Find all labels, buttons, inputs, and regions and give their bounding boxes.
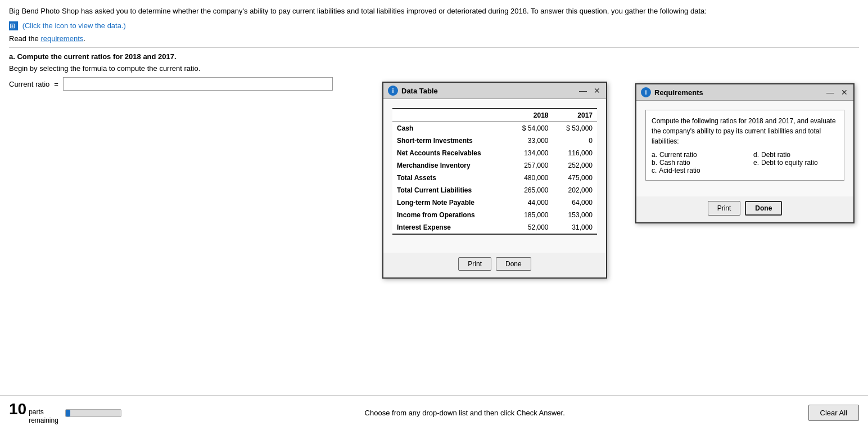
requirements-done-button[interactable]: Done xyxy=(745,201,782,216)
progress-bar-fill xyxy=(66,410,70,416)
data-table-header: i Data Table — ✕ xyxy=(383,83,606,99)
table-row: Interest Expense52,00031,000 xyxy=(392,221,597,234)
col-header-2017: 2017 xyxy=(553,109,597,122)
req-item-c: c. Acid-test ratio xyxy=(652,167,736,174)
click-icon-line: (Click the icon to view the data.) xyxy=(9,20,859,32)
bottom-left: 10 parts remaining xyxy=(9,401,121,424)
data-table-modal: i Data Table — ✕ 2018 2017 Cash$ 54,000$… xyxy=(382,82,607,279)
section-divider xyxy=(9,47,859,48)
current-ratio-label: Current ratio xyxy=(9,80,49,88)
req-col2: d. Debt ratio e. Debt to equity ratio xyxy=(753,151,838,174)
choose-text: Choose from any drop-down list and then … xyxy=(365,409,565,417)
table-row: Income from Operations185,000153,000 xyxy=(392,209,597,221)
requirements-info-icon: i xyxy=(641,87,651,97)
data-table-done-button[interactable]: Done xyxy=(496,257,531,271)
requirements-modal: i Requirements — ✕ Compute the following… xyxy=(635,83,855,223)
data-table-close-button[interactable]: ✕ xyxy=(593,86,602,95)
req-item-a: a. Current ratio xyxy=(652,151,736,159)
parts-remaining: 10 parts remaining xyxy=(9,401,58,424)
parts-text: parts remaining xyxy=(29,408,58,424)
data-table-info-icon: i xyxy=(388,86,398,96)
intro-text-body: Big Bend Photo Shop has asked you to det… xyxy=(9,7,707,15)
requirements-link[interactable]: requirements xyxy=(40,34,83,43)
requirements-text: Compute the following ratios for 2018 an… xyxy=(652,116,838,146)
data-table: 2018 2017 Cash$ 54,000$ 53,000Short-term… xyxy=(392,108,597,235)
progress-bar-container xyxy=(65,409,121,417)
requirements-grid: a. Current ratio b. Cash ratio c. Acid-t… xyxy=(652,151,838,174)
data-icon-link[interactable]: (Click the icon to view the data.) xyxy=(22,21,126,30)
data-table-print-button[interactable]: Print xyxy=(458,257,491,271)
bottom-bar: 10 parts remaining Choose from any drop-… xyxy=(0,395,868,430)
main-content: Big Bend Photo Shop has asked you to det… xyxy=(0,0,868,91)
section-a-label: a. Compute the current ratios for 2018 a… xyxy=(9,52,859,61)
requirements-box: Compute the following ratios for 2018 an… xyxy=(645,110,844,181)
data-table-minimize-button[interactable]: — xyxy=(578,86,588,95)
req-col1: a. Current ratio b. Cash ratio c. Acid-t… xyxy=(652,151,736,174)
grid-icon[interactable] xyxy=(9,21,18,30)
table-row: Net Accounts Receivables134,000116,000 xyxy=(392,147,597,159)
read-requirements-line: Read the requirements. xyxy=(9,34,859,43)
data-table-body: 2018 2017 Cash$ 54,000$ 53,000Short-term… xyxy=(383,99,606,253)
data-table-footer: Print Done xyxy=(383,253,606,277)
requirements-print-button[interactable]: Print xyxy=(708,201,741,216)
table-row: Merchandise Inventory257,000252,000 xyxy=(392,159,597,172)
equals-sign: = xyxy=(54,80,58,88)
data-table-title: Data Table xyxy=(401,87,438,95)
table-row: Total Assets480,000475,000 xyxy=(392,172,597,184)
table-row: Short-term Investments33,0000 xyxy=(392,135,597,147)
instruction-text: Begin by selecting the formula to comput… xyxy=(9,64,859,73)
req-item-d: d. Debt ratio xyxy=(753,151,838,159)
table-row: Cash$ 54,000$ 53,000 xyxy=(392,122,597,135)
req-item-e: e. Debt to equity ratio xyxy=(753,159,838,167)
requirements-minimize-button[interactable]: — xyxy=(825,88,835,97)
col-header-label xyxy=(392,109,509,122)
req-item-b: b. Cash ratio xyxy=(652,159,736,167)
intro-paragraph: Big Bend Photo Shop has asked you to det… xyxy=(9,6,859,17)
table-row: Total Current Liabilities265,000202,000 xyxy=(392,184,597,196)
col-header-2018: 2018 xyxy=(509,109,553,122)
parts-number: 10 xyxy=(9,401,26,417)
requirements-body: Compute the following ratios for 2018 an… xyxy=(636,101,853,196)
table-row: Long-term Note Payable44,00064,000 xyxy=(392,196,597,209)
requirements-footer: Print Done xyxy=(636,196,853,222)
formula-input[interactable] xyxy=(63,77,333,91)
requirements-close-button[interactable]: ✕ xyxy=(840,88,849,97)
clear-all-button[interactable]: Clear All xyxy=(808,405,859,421)
requirements-header: i Requirements — ✕ xyxy=(636,84,853,101)
requirements-title: Requirements xyxy=(654,88,703,97)
